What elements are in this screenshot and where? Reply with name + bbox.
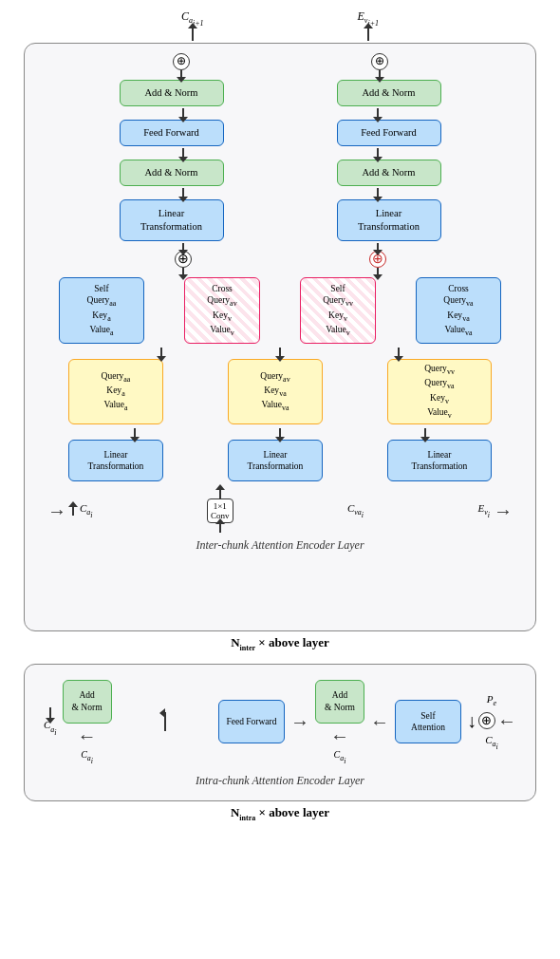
intra-self-attn: SelfAttention (395, 700, 461, 743)
output-left: Cai+1 (181, 9, 204, 41)
add-norm-mid-right: Add & Norm (337, 160, 441, 186)
plus-circle-right: ⊕ (371, 53, 388, 70)
add-norm-top-right: Add & Norm (337, 80, 441, 106)
yellow-q-vv: QueryvvQueryvaKeyvValuev (387, 359, 492, 424)
linear-transform-right: LinearTransformation (337, 199, 441, 241)
intra-add-norm1: Add& Norm (63, 680, 112, 724)
ca-i-below-norm2: Cai (334, 749, 346, 765)
self-query-aa: SelfQueryaaKeyaValuea (59, 277, 144, 344)
n-inter-label: Ninter × above layer (231, 635, 329, 652)
inter-label: Inter-chunk Attention Encoder Layer (34, 538, 526, 553)
ca-i-label: Cai (80, 502, 93, 519)
pe-label: Pe (487, 693, 496, 707)
add-norm-top-left: Add & Norm (120, 80, 224, 106)
inter-chunk-box: ⊕ ⊕ Add & Norm Add & Norm (24, 43, 536, 631)
ca-i-intra-right: Cai (485, 734, 498, 751)
ev-i-label: Evi (477, 502, 490, 519)
ff-left: Feed Forward (120, 120, 224, 146)
lin-transform-b3: LinearTransformation (387, 440, 492, 481)
output-right: Evi+1 (358, 9, 380, 41)
intra-ff: Feed Forward (218, 700, 285, 743)
intra-inner: Cai Add& Norm ← Cai Feed Forward (34, 674, 526, 771)
self-query-vv: SelfQueryvvKeyvValuev (300, 277, 376, 344)
ca-i-below-norm: Cai (81, 749, 93, 765)
intra-add-norm2: Add& Norm (315, 680, 364, 724)
yellow-q-aa: QueryaaKeyaValuea (68, 359, 163, 424)
lin-transform-b1: LinearTransformation (68, 440, 163, 481)
add-norm-mid-left: Add & Norm (120, 160, 224, 186)
n-intra-label: Nintra × above layer (231, 805, 329, 822)
intra-label: Intra-chunk Attention Encoder Layer (34, 774, 526, 788)
cross-query-va: CrossQueryvaKeyvaValueva (416, 277, 501, 344)
lin-transform-b2: LinearTransformation (228, 440, 323, 481)
full-diagram: Cai+1 Evi+1 ⊕ ⊕ (19, 9, 541, 825)
linear-transform-left: LinearTransformation (120, 199, 224, 241)
yellow-q-av: QueryavKeyvaValueva (228, 359, 323, 424)
cva-i-label: Cvai (347, 502, 364, 519)
plus-circle-left: ⊕ (173, 53, 190, 70)
intra-chunk-box: Cai Add& Norm ← Cai Feed Forward (24, 664, 536, 801)
page: Cai+1 Evi+1 ⊕ ⊕ (0, 0, 560, 835)
ff-right: Feed Forward (337, 120, 441, 146)
plus-intra: ⊕ (478, 712, 495, 729)
cross-query-av: CrossQueryavKeyvValuev (184, 277, 260, 344)
